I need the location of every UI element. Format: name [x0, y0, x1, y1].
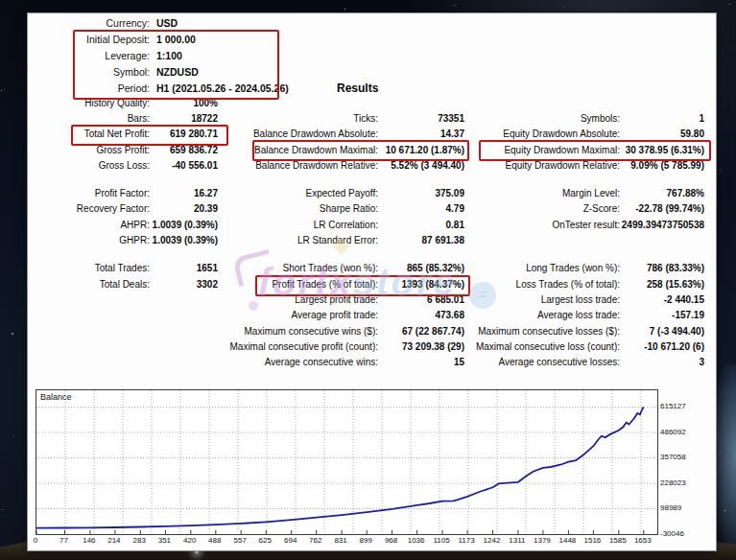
stat-value: 659 836.72: [150, 145, 218, 155]
stat-label: GHPR:: [28, 235, 150, 245]
stats-row: Gross Loss:-40 556.01Balance Drawdown Re…: [28, 157, 709, 173]
y-tick-label: 98989: [660, 503, 681, 512]
stat-value: 1: [620, 113, 704, 124]
x-tick-label: 1516: [580, 536, 605, 545]
stat-label: Average loss trade:: [464, 310, 620, 320]
stat-value: 786 (83.33%): [620, 263, 704, 273]
star: [344, 9, 345, 10]
stat-label: Equity Drawdown Absolute:: [464, 128, 620, 139]
stat-label: LR Standard Error:: [218, 235, 378, 245]
stat-label: Equity Drawdown Maximal:: [464, 145, 620, 155]
y-tick-label: -30046: [660, 529, 684, 538]
header-label: Period:: [28, 82, 150, 94]
x-tick-label: 0: [23, 536, 48, 545]
stat-value: 258 (15.63%): [620, 279, 704, 290]
x-tick-label: 1036: [404, 536, 429, 545]
stat-label: Profit Factor:: [28, 188, 150, 198]
stat-label: Short Trades (won %):: [218, 263, 378, 273]
stats-block: History Quality:100%Bars:18722Ticks:7335…: [28, 95, 709, 173]
stats-row: History Quality:100%: [28, 95, 709, 110]
x-tick-label: 283: [127, 536, 152, 545]
x-tick-label: 1242: [480, 536, 505, 545]
stats-row: GHPR:1.0039 (0.39%)LR Standard Error:87 …: [28, 232, 709, 247]
x-tick-label: 557: [227, 536, 252, 545]
header-row: Currency:USD: [28, 15, 431, 32]
x-tick-label: 420: [178, 536, 202, 545]
balance-chart: Balance: [36, 389, 658, 535]
stat-label: Loss Trades (% of total):: [464, 279, 620, 290]
stat-label: Margin Level:: [464, 188, 620, 198]
star: [454, 5, 455, 6]
stat-label: Balance Drawdown Relative:: [218, 160, 378, 171]
stat-value: 18722: [150, 113, 218, 124]
stat-label: Symbols:: [464, 113, 620, 124]
stats-row: AHPR:1.0039 (0.39%)LR Correlation:0.81On…: [28, 217, 709, 232]
x-tick-label: 968: [379, 536, 404, 545]
x-tick-label: 831: [328, 536, 353, 545]
stat-value: 20.39: [150, 203, 218, 214]
stat-value: 0.81: [378, 220, 464, 230]
stat-value: 865 (85.32%): [378, 263, 464, 273]
stats-row: Total Deals:3302Profit Trades (% of tota…: [28, 276, 709, 292]
stat-label: Gross Loss:: [28, 160, 150, 171]
stat-label: Largest profit trade:: [218, 294, 378, 305]
stat-value: 30 378.95 (6.31%): [620, 145, 704, 155]
results-title: Results: [337, 82, 378, 95]
stats-row: Total Net Profit:619 280.71Balance Drawd…: [28, 127, 709, 142]
star: [720, 453, 721, 454]
stat-label: Bars:: [28, 113, 150, 124]
star: [12, 333, 13, 335]
stat-value: 73351: [378, 113, 464, 124]
stat-label: Equity Drawdown Relative:: [464, 160, 620, 171]
stat-label: AHPR:: [28, 220, 150, 230]
stat-value: -40 556.01: [150, 160, 218, 171]
x-tick-label: 488: [202, 536, 227, 545]
stat-value: 767.88%: [620, 188, 704, 198]
stats-row: Gross Profit:659 836.72Balance Drawdown …: [28, 142, 709, 157]
stat-label: OnTester result:: [464, 220, 620, 230]
x-tick-label: 625: [252, 536, 277, 545]
x-tick-label: 77: [52, 536, 77, 545]
x-tick-label: 1105: [429, 536, 454, 545]
stat-label: Maximum consecutive wins ($):: [218, 326, 378, 337]
header-label: Initial Deposit:: [28, 34, 150, 45]
star: [2, 509, 3, 510]
x-tick-label: 899: [353, 536, 378, 545]
header-row: Leverage:1:100: [28, 48, 431, 64]
stats-row: Bars:18722Ticks:73351Symbols:1: [28, 110, 709, 126]
stat-value: 3302: [150, 279, 218, 290]
stat-label: Long Trades (won %):: [464, 263, 620, 273]
header-row: Initial Deposit:1 000.00: [28, 32, 431, 48]
stat-value: 16.27: [150, 188, 218, 198]
stats-row: Total Trades:1651Short Trades (won %):86…: [28, 261, 709, 276]
stat-value: 67 (22 867.74): [378, 326, 464, 337]
stat-value: -22.78 (99.74%): [620, 203, 704, 214]
stat-label: Ticks:: [218, 113, 378, 124]
stat-label: Recovery Factor:: [28, 203, 150, 214]
y-tick-label: 228023: [660, 478, 686, 487]
header-label: Symbol:: [28, 66, 150, 78]
star: [729, 4, 730, 5]
stats-row: Average profit trade:473.68Average loss …: [28, 308, 709, 323]
stat-label: Largest loss trade:: [464, 294, 620, 305]
star: [13, 436, 14, 437]
header-value: USD: [156, 17, 178, 29]
header-value: H1 (2021.05.26 - 2024.05.26): [156, 82, 289, 94]
stat-value: 619 280.71: [150, 128, 218, 139]
x-tick-label: 1448: [555, 536, 580, 545]
x-tick-label: 146: [77, 536, 102, 545]
header-value: 1:100: [156, 50, 182, 61]
backtest-report-panel: Currency:USDInitial Deposit:1 000.00Leve…: [27, 12, 717, 551]
stat-value: 100%: [150, 98, 218, 108]
stat-value: 473.68: [378, 310, 464, 320]
stat-value: 4.79: [378, 203, 464, 214]
stat-label: Z-Score:: [464, 203, 620, 214]
stat-value: -2 440.15: [620, 294, 704, 305]
stat-label: Balance Drawdown Absolute:: [218, 128, 378, 139]
chart-series-label: Balance: [40, 392, 72, 402]
stat-value: 73 209.38 (29): [378, 341, 464, 352]
stat-label: Maximal consecutive profit (count):: [218, 341, 378, 352]
stats-block: Total Trades:1651Short Trades (won %):86…: [28, 261, 709, 370]
chart-x-axis-labels: 0771462142833514204885576256947628318999…: [36, 536, 669, 548]
x-tick-label: 694: [278, 536, 303, 545]
